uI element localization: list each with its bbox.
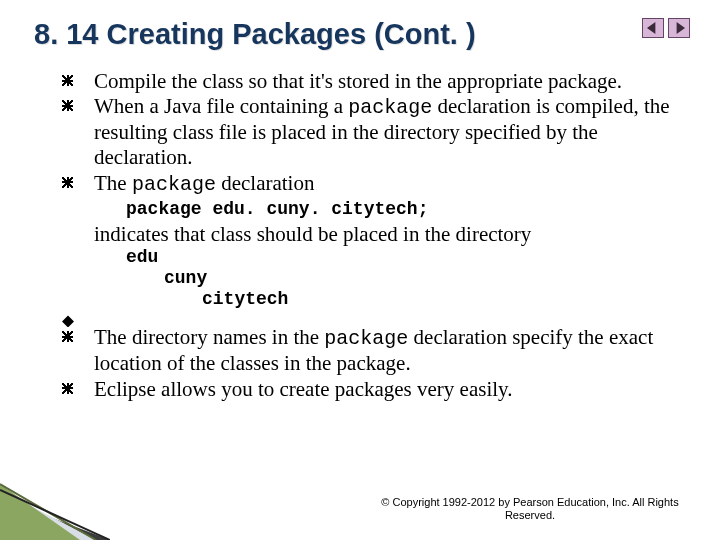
bullet-item: The package declaration package edu. cun…: [62, 171, 678, 310]
bullet-item: Eclipse allows you to create packages ve…: [62, 377, 678, 402]
svg-marker-3: [0, 490, 96, 540]
bullet-text: The: [94, 171, 132, 195]
prev-button[interactable]: [642, 18, 664, 38]
bullet-item: The directory names in the package decla…: [62, 325, 678, 376]
svg-marker-1: [677, 22, 685, 34]
arrow-right-icon: [673, 22, 685, 34]
bullet-text: Eclipse allows you to create packages ve…: [94, 377, 512, 401]
code-inline: package: [348, 96, 432, 119]
code-inline: package: [324, 327, 408, 350]
dir-level-3: citytech: [126, 289, 678, 310]
svg-marker-4: [0, 484, 80, 540]
code-inline: package: [132, 173, 216, 196]
bullet-text: When a Java file containing a: [94, 94, 348, 118]
arrow-left-icon: [647, 22, 659, 34]
bullet-item: When a Java file containing a package de…: [62, 94, 678, 170]
svg-marker-0: [647, 22, 655, 34]
nav-controls: [642, 18, 690, 38]
bullet-text: declaration: [216, 171, 315, 195]
svg-line-5: [0, 484, 96, 540]
page-title: 8. 14 Creating Packages (Cont. ): [34, 18, 686, 51]
bullet-list: Compile the class so that it's stored in…: [62, 69, 678, 402]
svg-line-6: [0, 490, 110, 540]
bullet-text: indicates that class should be placed in…: [94, 222, 531, 246]
svg-marker-2: [0, 498, 110, 540]
directory-tree: edu cuny citytech: [94, 247, 678, 309]
bullet-text: The directory names in the: [94, 325, 324, 349]
bullet-item: Compile the class so that it's stored in…: [62, 69, 678, 94]
spacer: [62, 309, 678, 325]
code-line: package edu. cuny. citytech;: [94, 199, 678, 221]
corner-decoration-icon: [0, 470, 110, 540]
slide: 8. 14 Creating Packages (Cont. ) Compile…: [0, 0, 720, 540]
next-button[interactable]: [668, 18, 690, 38]
dir-level-1: edu: [126, 247, 158, 267]
bullet-text: Compile the class so that it's stored in…: [94, 69, 622, 93]
copyright-text: © Copyright 1992-2012 by Pearson Educati…: [380, 496, 680, 522]
dir-level-2: cuny: [126, 268, 678, 289]
content-area: Compile the class so that it's stored in…: [34, 69, 686, 402]
